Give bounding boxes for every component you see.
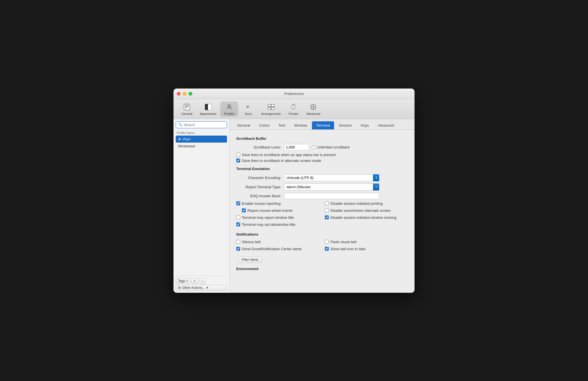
profile-list-header: Profile Name xyxy=(176,131,227,136)
toolbar-keys-label: Keys xyxy=(245,112,252,115)
unlimited-scrollback-label: Unlimited scrollback xyxy=(317,145,350,149)
silence-bell-row[interactable]: Silence bell xyxy=(236,240,319,244)
svg-rect-0 xyxy=(184,104,190,110)
flash-visual-bell-checkbox[interactable] xyxy=(325,240,329,244)
svg-rect-1 xyxy=(185,105,189,106)
disable-session-printing-row[interactable]: Disable session-initiated printing xyxy=(325,201,408,206)
silence-bell-checkbox[interactable] xyxy=(236,240,240,244)
unlimited-scrollback-checkbox[interactable] xyxy=(312,145,316,149)
toolbar: General Appearance Profiles xyxy=(173,99,415,119)
toolbar-item-pointer[interactable]: Pointer xyxy=(284,101,302,117)
disable-save-restore-row[interactable]: Disable save/restore alternate screen xyxy=(325,208,408,213)
toolbar-item-appearance[interactable]: Appearance xyxy=(197,101,219,117)
report-terminal-type-row: Report Terminal Type: xterm-256color ▼ xyxy=(236,183,408,190)
save-lines-alternate-checkbox[interactable] xyxy=(236,159,240,162)
unlimited-scrollback-row[interactable]: Unlimited scrollback xyxy=(312,145,350,149)
flash-visual-bell-label: Flash visual bell xyxy=(330,240,356,244)
arrangements-icon xyxy=(267,103,276,111)
character-encoding-label: Character Encoding: xyxy=(236,176,281,180)
toolbar-item-advanced[interactable]: Advanced xyxy=(304,101,323,117)
tab-general[interactable]: General xyxy=(233,121,254,129)
disable-session-printing-label: Disable session-initiated printing xyxy=(330,201,383,206)
maximize-button[interactable] xyxy=(189,92,192,96)
character-encoding-select[interactable]: Unicode (UTF-8) xyxy=(284,174,379,181)
silence-bell-label: Silence bell xyxy=(242,240,261,244)
toolbar-arrangements-label: Arrangements xyxy=(261,112,281,115)
svg-rect-6 xyxy=(208,104,211,110)
toolbar-item-general[interactable]: General xyxy=(178,101,196,117)
enq-answer-row: ENQ Answer Back: xyxy=(236,193,408,199)
tab-text[interactable]: Text xyxy=(274,121,290,129)
profile-item-windowed[interactable]: Windowed xyxy=(176,143,227,150)
save-lines-status-row[interactable]: Save lines to scrollback when an app sta… xyxy=(236,153,408,157)
profile-list: ★ Visor Windowed xyxy=(176,136,227,276)
tab-colors[interactable]: Colors xyxy=(255,121,274,129)
toolbar-item-arrangements[interactable]: Arrangements xyxy=(258,101,283,117)
save-lines-alternate-row[interactable]: Save lines to scrollback in alternate sc… xyxy=(236,159,408,163)
scrollback-lines-input[interactable] xyxy=(284,144,309,150)
disable-session-window-resizing-row[interactable]: Disable session-initiated window resizin… xyxy=(325,215,408,220)
svg-point-8 xyxy=(228,105,230,107)
report-terminal-type-select-container: xterm-256color ▼ xyxy=(284,183,379,190)
tab-advanced[interactable]: Advanced xyxy=(374,121,398,129)
terminal-report-window-title-label: Terminal may report window title xyxy=(242,215,294,220)
show-bell-icon-row[interactable]: Show bell icon in tabs xyxy=(325,247,408,251)
search-icon: 🔍 xyxy=(178,123,182,127)
enq-answer-label: ENQ Answer Back: xyxy=(236,194,281,198)
profile-visor-label: ★ Visor xyxy=(178,137,191,141)
toolbar-item-keys[interactable]: ⌘ Keys xyxy=(239,101,257,117)
profiles-icon xyxy=(225,103,234,111)
add-profile-button[interactable]: + xyxy=(191,278,198,284)
enable-mouse-reporting-checkbox[interactable] xyxy=(236,201,240,205)
terminal-report-window-title-row[interactable]: Terminal may report window title xyxy=(236,215,319,220)
pointer-icon xyxy=(289,103,298,111)
profile-item-visor[interactable]: ★ Visor xyxy=(176,136,227,143)
send-growl-label: Send Growl/Notification Center alerts xyxy=(242,247,302,251)
tab-session[interactable]: Session xyxy=(335,121,356,129)
remove-profile-button[interactable]: − xyxy=(199,278,205,284)
send-growl-row[interactable]: Send Growl/Notification Center alerts xyxy=(236,247,319,251)
report-terminal-type-label: Report Terminal Type: xyxy=(236,185,281,189)
filter-alerts-button[interactable]: Filter Alerts xyxy=(238,257,262,263)
enq-answer-input[interactable] xyxy=(284,193,379,199)
report-mouse-wheel-checkbox[interactable] xyxy=(242,208,246,212)
report-terminal-type-select[interactable]: xterm-256color xyxy=(284,183,379,190)
sidebar-bottom: Tags > + − ⚙ Other Actions... ▾ xyxy=(176,276,227,291)
preferences-window: Preferences General xyxy=(173,89,415,293)
report-mouse-wheel-row[interactable]: Report mouse wheel events xyxy=(242,208,319,213)
close-button[interactable] xyxy=(177,92,180,96)
enable-mouse-reporting-row[interactable]: Enable mouse reporting xyxy=(236,201,319,206)
character-encoding-select-container: Unicode (UTF-8) ▲ ▼ xyxy=(284,174,379,181)
minimize-button[interactable] xyxy=(183,92,186,96)
environment-section-title: Environment xyxy=(236,267,408,271)
tab-terminal[interactable]: Terminal xyxy=(312,121,334,129)
save-lines-alternate-label: Save lines to scrollback in alternate sc… xyxy=(242,159,321,163)
save-lines-status-checkbox[interactable] xyxy=(236,153,240,157)
flash-visual-bell-row[interactable]: Flash visual bell xyxy=(325,240,408,244)
terminal-emulation-section-title: Terminal Emulation xyxy=(236,167,408,171)
terminal-report-window-title-checkbox[interactable] xyxy=(236,215,240,219)
send-growl-checkbox[interactable] xyxy=(236,247,240,251)
show-bell-icon-label: Show bell icon in tabs xyxy=(330,247,366,251)
disable-session-printing-checkbox[interactable] xyxy=(325,201,329,205)
disable-save-restore-checkbox[interactable] xyxy=(325,208,329,212)
svg-rect-10 xyxy=(268,104,271,106)
search-input[interactable] xyxy=(184,123,224,127)
scrollback-section-title: Scrollback Buffer xyxy=(236,136,408,141)
disable-session-window-resizing-checkbox[interactable] xyxy=(325,215,329,219)
svg-text:⌘: ⌘ xyxy=(246,104,249,110)
toolbar-profiles-label: Profiles xyxy=(224,112,235,115)
search-box[interactable]: 🔍 xyxy=(176,121,227,128)
toolbar-item-profiles[interactable]: Profiles xyxy=(220,101,238,117)
tab-keys[interactable]: Keys xyxy=(356,121,373,129)
tags-button[interactable]: Tags > xyxy=(176,278,190,284)
other-actions-button[interactable]: ⚙ Other Actions... ▾ xyxy=(176,285,227,291)
svg-point-17 xyxy=(312,106,314,108)
show-bell-icon-checkbox[interactable] xyxy=(325,247,329,251)
keys-icon: ⌘ xyxy=(244,103,253,111)
save-lines-status-label: Save lines to scrollback when an app sta… xyxy=(242,153,336,157)
terminal-set-tab-checkbox[interactable] xyxy=(236,222,240,226)
tab-window[interactable]: Window xyxy=(290,121,311,129)
traffic-lights xyxy=(177,92,192,96)
terminal-set-tab-row[interactable]: Terminal may set tab/window title xyxy=(236,222,319,227)
